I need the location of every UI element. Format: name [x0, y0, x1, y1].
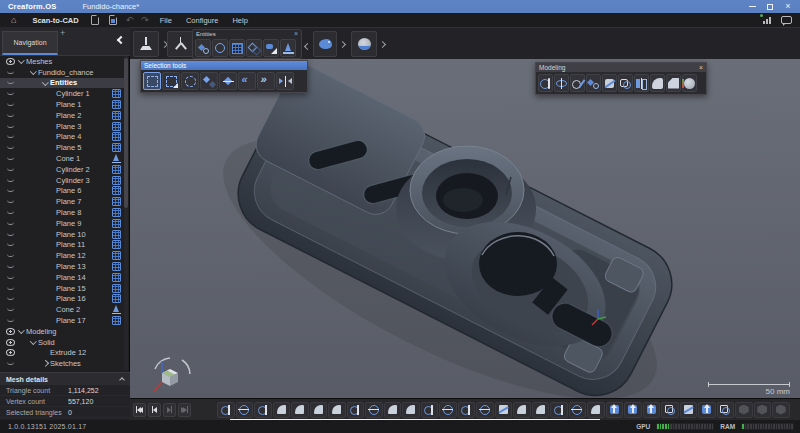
expand-caret-icon[interactable] [17, 57, 26, 66]
boolean[interactable] [717, 402, 735, 418]
circle-entity-icon[interactable] [212, 39, 228, 57]
expand-caret-icon[interactable] [47, 143, 56, 152]
expand-caret-icon[interactable] [47, 165, 56, 174]
chevron-left-icon[interactable] [304, 43, 311, 50]
close-icon[interactable]: × [294, 31, 298, 37]
tree-row[interactable]: Plane 2 [0, 110, 126, 121]
collapse-section-icon[interactable] [119, 377, 125, 383]
grow-selection-icon[interactable] [238, 72, 256, 90]
fillet[interactable] [273, 402, 291, 418]
close-icon[interactable]: × [699, 65, 703, 71]
minimize-button[interactable] [746, 2, 758, 12]
redo-icon[interactable]: ↷ [137, 15, 153, 25]
tree-row[interactable]: Plane 9 [0, 218, 126, 229]
add-tab-icon[interactable]: + [60, 28, 65, 38]
history-step-back-button[interactable] [148, 403, 161, 417]
combine-icon[interactable] [618, 74, 633, 92]
tree-row[interactable]: Plane 7 [0, 196, 126, 207]
expand-caret-icon[interactable] [17, 327, 26, 336]
expand-caret-icon[interactable] [47, 262, 56, 271]
fillet[interactable] [310, 402, 328, 418]
title-bar[interactable]: Creaform.OS Fundido-chance* × [0, 0, 800, 13]
expand-caret-icon[interactable] [47, 132, 56, 141]
visibility-icon[interactable] [4, 308, 17, 311]
visibility-icon[interactable] [4, 349, 17, 356]
expand-caret-icon[interactable] [47, 89, 56, 98]
add-entities-icon[interactable] [586, 74, 601, 92]
revolve[interactable] [569, 402, 587, 418]
plane-entity-icon[interactable] [229, 39, 245, 57]
cut[interactable] [495, 402, 513, 418]
tree-row[interactable]: Cone 2 [0, 304, 126, 315]
menu-configure[interactable]: Configure [179, 13, 226, 27]
extrude2[interactable] [624, 402, 642, 418]
tree-row[interactable]: Plane 14 [0, 272, 126, 283]
visibility-icon[interactable] [4, 157, 17, 160]
tree-row[interactable]: Modeling [0, 326, 126, 337]
fillet[interactable] [587, 402, 605, 418]
palette-title-bar[interactable]: Modeling × [536, 63, 706, 72]
import-document-icon[interactable] [109, 15, 117, 25]
visibility-icon[interactable] [4, 81, 17, 84]
visibility-icon[interactable] [4, 319, 17, 322]
cube[interactable] [772, 402, 790, 418]
feedback-chat-icon[interactable] [781, 16, 792, 24]
stack-entities-icon[interactable] [246, 39, 262, 57]
visibility-icon[interactable] [4, 328, 17, 335]
viewport-3d[interactable]: Selection tools Modeling × 50 mm [130, 59, 800, 398]
expand-caret-icon[interactable] [47, 100, 56, 109]
visibility-icon[interactable] [4, 58, 17, 65]
tree-row[interactable]: Meshes [0, 56, 126, 67]
visibility-icon[interactable] [4, 254, 17, 257]
tree-row[interactable]: Plane 17 [0, 315, 126, 326]
fillet[interactable] [328, 402, 346, 418]
alignment-tool-button[interactable] [133, 30, 167, 58]
visibility-icon[interactable] [4, 243, 17, 246]
tree-row[interactable]: Plane 10 [0, 229, 126, 240]
chamfer-icon[interactable] [666, 74, 681, 92]
tree-row[interactable]: Entities [0, 78, 126, 89]
tree-row[interactable]: Cylinder 1 [0, 88, 126, 99]
expand-caret-icon[interactable] [41, 359, 50, 368]
revolve[interactable] [476, 402, 494, 418]
revolve[interactable] [365, 402, 383, 418]
expand-caret-icon[interactable] [47, 208, 56, 217]
chevron-right-icon[interactable] [339, 40, 346, 47]
visibility-icon[interactable] [4, 222, 17, 225]
visibility-icon[interactable] [4, 114, 17, 117]
expand-caret-icon[interactable] [47, 305, 56, 314]
expand-caret-icon[interactable] [47, 154, 56, 163]
expand-caret-icon[interactable] [47, 294, 56, 303]
boolean[interactable] [661, 402, 679, 418]
tree-row[interactable]: Plane 4 [0, 132, 126, 143]
collapse-panel-icon[interactable] [117, 36, 125, 44]
fillet[interactable] [384, 402, 402, 418]
visibility-icon[interactable] [4, 179, 17, 182]
expand-caret-icon[interactable] [47, 111, 56, 120]
expand-caret-icon[interactable] [47, 197, 56, 206]
extrude[interactable] [458, 402, 476, 418]
rectangle-selection-icon[interactable] [143, 72, 161, 90]
visibility-icon[interactable] [4, 168, 17, 171]
maximize-button[interactable] [764, 2, 776, 12]
visibility-icon[interactable] [4, 125, 17, 128]
tree-row[interactable]: Plane 11 [0, 240, 126, 251]
expand-caret-icon[interactable] [41, 348, 50, 357]
circle-selection-icon[interactable] [181, 72, 199, 90]
model-3d[interactable] [130, 59, 800, 398]
visibility-icon[interactable] [4, 362, 17, 365]
extrude2[interactable] [606, 402, 624, 418]
expand-caret-icon[interactable] [29, 68, 38, 77]
history-step-forward-button[interactable] [163, 403, 176, 417]
visibility-icon[interactable] [4, 189, 17, 192]
tree-scrollbar[interactable] [124, 56, 128, 370]
fillet[interactable] [532, 402, 550, 418]
chevron-right-icon[interactable] [379, 40, 386, 47]
expand-caret-icon[interactable] [47, 273, 56, 282]
freeform-selection-icon[interactable] [162, 72, 180, 90]
tree-row[interactable]: Plane 12 [0, 250, 126, 261]
revolve[interactable] [439, 402, 457, 418]
expand-caret-icon[interactable] [29, 338, 38, 347]
split-icon[interactable] [602, 74, 617, 92]
connection-status-icon[interactable] [763, 17, 771, 24]
